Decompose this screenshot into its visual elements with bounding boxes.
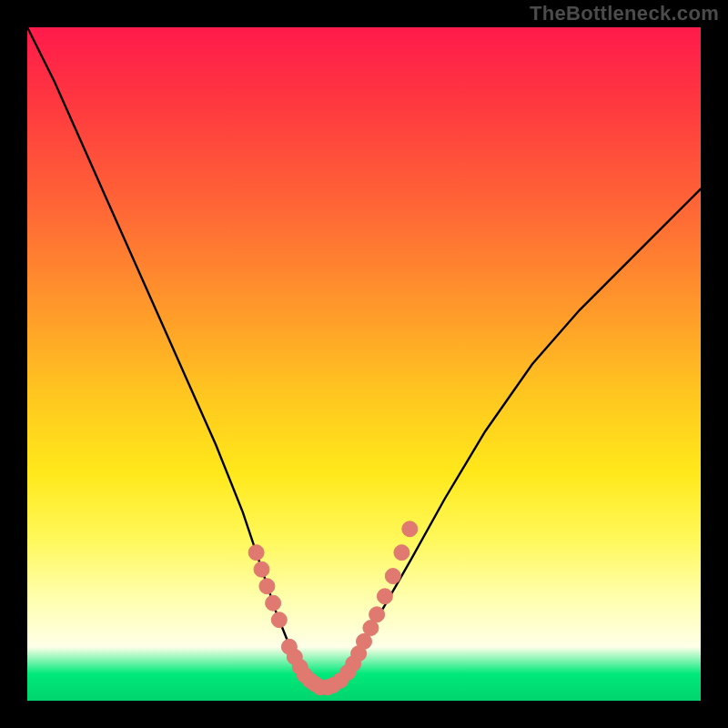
marker-dot xyxy=(377,589,392,604)
marker-dot xyxy=(259,579,275,594)
bottleneck-curve xyxy=(27,27,701,687)
chart-stage: TheBottleneck.com xyxy=(0,0,728,728)
marker-dot xyxy=(385,569,400,584)
marker-dot xyxy=(266,595,281,611)
marker-dot xyxy=(402,521,418,537)
watermark-text: TheBottleneck.com xyxy=(530,4,719,24)
marker-dot xyxy=(271,612,287,628)
marker-dot xyxy=(254,561,269,577)
marker-dots-group xyxy=(248,521,418,695)
marker-dot xyxy=(248,545,264,561)
plot-area xyxy=(27,27,701,701)
marker-dot xyxy=(394,545,410,561)
marker-dot xyxy=(369,607,385,622)
chart-svg xyxy=(27,27,701,701)
